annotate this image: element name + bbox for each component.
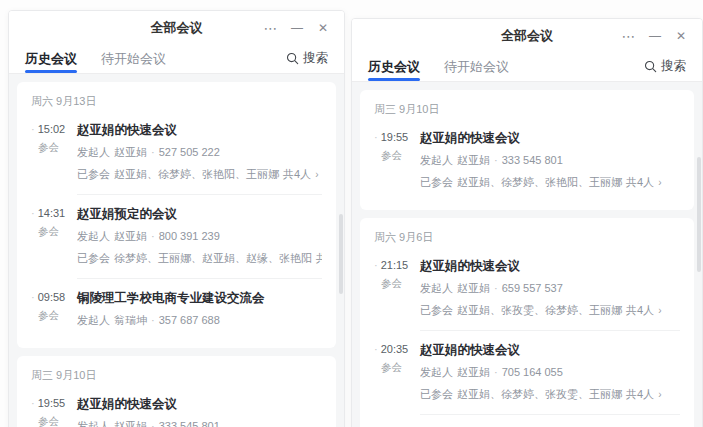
search-button[interactable]: 搜索 <box>644 58 686 75</box>
tab-history-label: 历史会议 <box>368 58 420 76</box>
attendee-count: 共4人 <box>283 168 311 180</box>
attendee-count: 共4人 <box>626 304 654 316</box>
status-label: 参会 <box>38 225 77 239</box>
attendees-line[interactable]: 已参会徐梦婷、王丽娜、赵亚娟、赵缘、张艳阳共5人› <box>77 251 322 266</box>
attendees-line[interactable]: 已参会赵亚娟、张孜雯、徐梦婷、王丽娜共4人› <box>420 303 680 318</box>
status-label: 参会 <box>381 149 420 163</box>
page-title: 全部会议 <box>151 19 203 37</box>
meeting-id: 800 391 239 <box>159 230 220 242</box>
attendee-names: 徐梦婷、王丽娜、赵亚娟、赵缘、张艳阳 <box>114 252 312 264</box>
organizer-name: 赵亚娟 <box>114 230 147 242</box>
group-date-label: 周六 9月13日 <box>31 94 322 109</box>
meeting-list-item[interactable]: ·19:55 参会 赵亚娟的快速会议 发起人赵亚娟·333 545 801 已参… <box>374 127 680 200</box>
time-label: 19:55 <box>381 131 409 143</box>
organizer-line: 发起人赵亚娟·527 505 222 <box>77 145 322 160</box>
organizer-line: 发起人翁瑞坤·357 687 688 <box>77 313 322 328</box>
meeting-group-card: 周六 9月6日 ·21:15 参会 赵亚娟的快速会议 发起人赵亚娟·659 55… <box>360 218 694 427</box>
status-label: 参会 <box>381 277 420 291</box>
meeting-list-item[interactable]: ·14:31 参会 赵亚娟预定的会议 发起人赵亚娟·800 391 239 已参… <box>31 203 322 276</box>
active-tab-underline <box>25 70 77 73</box>
meeting-id: 357 687 688 <box>159 314 220 326</box>
meeting-list: 周六 9月13日 ·15:02 参会 赵亚娟的快速会议 发起人赵亚娟·527 5… <box>9 74 344 427</box>
meeting-list-item[interactable]: ·21:15 参会 赵亚娟的快速会议 发起人赵亚娟·659 557 537 已参… <box>374 255 680 328</box>
attendees-line[interactable]: 已参会赵亚娟、徐梦婷、张孜雯、王丽娜共4人› <box>420 387 680 402</box>
meeting-list: 周三 9月10日 ·19:55 参会 赵亚娟的快速会议 发起人赵亚娟·333 5… <box>352 82 702 427</box>
item-divider <box>77 194 322 195</box>
tab-bar: 历史会议 待开始会议 搜索 <box>9 44 344 74</box>
meeting-list-item[interactable]: ·19:56 参会 赵亚娟的快速会议 发起人赵亚娟·666 173 908 已参… <box>374 423 680 427</box>
page-title: 全部会议 <box>501 27 553 45</box>
time-label: 19:55 <box>38 397 66 409</box>
tab-history-label: 历史会议 <box>25 50 77 68</box>
status-label: 参会 <box>38 309 77 323</box>
time-label: 20:35 <box>381 343 409 355</box>
organizer-name: 赵亚娟 <box>114 146 147 158</box>
more-icon[interactable]: ⋯ <box>260 17 282 39</box>
search-icon <box>286 52 299 65</box>
item-divider <box>420 330 680 331</box>
attendees-line[interactable]: 已参会赵亚娟、徐梦婷、张艳阳、王丽娜共4人› <box>77 167 322 182</box>
bullet-dot: · <box>374 260 378 271</box>
meeting-title: 铜陵理工学校电商专业建设交流会 <box>77 291 322 306</box>
close-icon[interactable]: ✕ <box>670 25 692 47</box>
tab-bar: 历史会议 待开始会议 搜索 <box>352 52 702 82</box>
chevron-right-icon: › <box>658 177 661 188</box>
time-label: 15:02 <box>38 123 66 135</box>
attendee-count: 共4人 <box>626 176 654 188</box>
organizer-line: 发起人赵亚娟·333 545 801 <box>420 153 680 168</box>
meeting-title: 赵亚娟的快速会议 <box>420 131 680 146</box>
search-label: 搜索 <box>303 50 328 67</box>
window-controls: ⋯ — ✕ <box>260 11 334 44</box>
meeting-group-card: 周三 9月10日 ·19:55 参会 赵亚娟的快速会议 发起人赵亚娟·333 5… <box>360 90 694 210</box>
status-label: 参会 <box>38 415 77 427</box>
more-icon[interactable]: ⋯ <box>618 25 640 47</box>
minimize-icon[interactable]: — <box>286 17 308 39</box>
organizer-line: 发起人赵亚娟·800 391 239 <box>77 229 322 244</box>
search-label: 搜索 <box>661 58 686 75</box>
tab-upcoming-label: 待开始会议 <box>101 50 166 68</box>
tab-upcoming[interactable]: 待开始会议 <box>444 52 509 81</box>
organizer-name: 赵亚娟 <box>457 154 490 166</box>
attendees-line[interactable]: 已参会赵亚娟、徐梦婷、张艳阳、王丽娜共4人› <box>420 175 680 190</box>
attendee-names: 赵亚娟、徐梦婷、张孜雯、王丽娜 <box>457 388 622 400</box>
meeting-id: 659 557 537 <box>502 282 563 294</box>
meeting-id: 333 545 801 <box>159 420 220 427</box>
time-label: 09:58 <box>38 291 66 303</box>
meeting-list-item[interactable]: ·19:55 参会 赵亚娟的快速会议 发起人赵亚娟·333 545 801 已参… <box>31 393 322 427</box>
item-divider <box>420 414 680 415</box>
meeting-title: 赵亚娟的快速会议 <box>420 259 680 274</box>
attendee-count: 共5人 <box>316 252 322 264</box>
tab-history[interactable]: 历史会议 <box>368 52 420 81</box>
scrollbar[interactable] <box>339 214 343 294</box>
tab-history[interactable]: 历史会议 <box>25 44 77 73</box>
organizer-name: 赵亚娟 <box>457 366 490 378</box>
active-tab-underline <box>368 78 420 81</box>
search-button[interactable]: 搜索 <box>286 50 328 67</box>
organizer-name: 翁瑞坤 <box>114 314 147 326</box>
group-date-label: 周三 9月10日 <box>374 102 680 117</box>
attendee-names: 赵亚娟、徐梦婷、张艳阳、王丽娜 <box>457 176 622 188</box>
meeting-window-left: 全部会议 ⋯ — ✕ 历史会议 待开始会议 搜索 周六 9月13日 ·15:02… <box>8 10 345 427</box>
titlebar: 全部会议 ⋯ — ✕ <box>352 19 702 52</box>
meeting-group-card: 周三 9月10日 ·19:55 参会 赵亚娟的快速会议 发起人赵亚娟·333 5… <box>17 356 336 427</box>
meeting-title: 赵亚娟预定的会议 <box>77 207 322 222</box>
close-icon[interactable]: ✕ <box>312 17 334 39</box>
tab-upcoming-label: 待开始会议 <box>444 58 509 76</box>
minimize-icon[interactable]: — <box>644 25 666 47</box>
organizer-line: 发起人赵亚娟·659 557 537 <box>420 281 680 296</box>
meeting-list-item[interactable]: ·15:02 参会 赵亚娟的快速会议 发起人赵亚娟·527 505 222 已参… <box>31 119 322 192</box>
bullet-dot: · <box>31 398 35 409</box>
tab-upcoming[interactable]: 待开始会议 <box>101 44 166 73</box>
meeting-id: 705 164 055 <box>502 366 563 378</box>
meeting-list-item[interactable]: ·20:35 参会 赵亚娟的快速会议 发起人赵亚娟·705 164 055 已参… <box>374 339 680 412</box>
status-label: 参会 <box>381 361 420 375</box>
time-label: 21:15 <box>381 259 409 271</box>
scrollbar[interactable] <box>697 157 701 272</box>
meeting-title: 赵亚娟的快速会议 <box>77 123 322 138</box>
bullet-dot: · <box>31 208 35 219</box>
chevron-right-icon: › <box>658 389 661 400</box>
meeting-window-right: 全部会议 ⋯ — ✕ 历史会议 待开始会议 搜索 周三 9月10日 ·19:55… <box>351 18 703 427</box>
meeting-list-item[interactable]: ·09:58 参会 铜陵理工学校电商专业建设交流会 发起人翁瑞坤·357 687… <box>31 287 322 338</box>
group-date-label: 周六 9月6日 <box>374 230 680 245</box>
meeting-id: 333 545 801 <box>502 154 563 166</box>
